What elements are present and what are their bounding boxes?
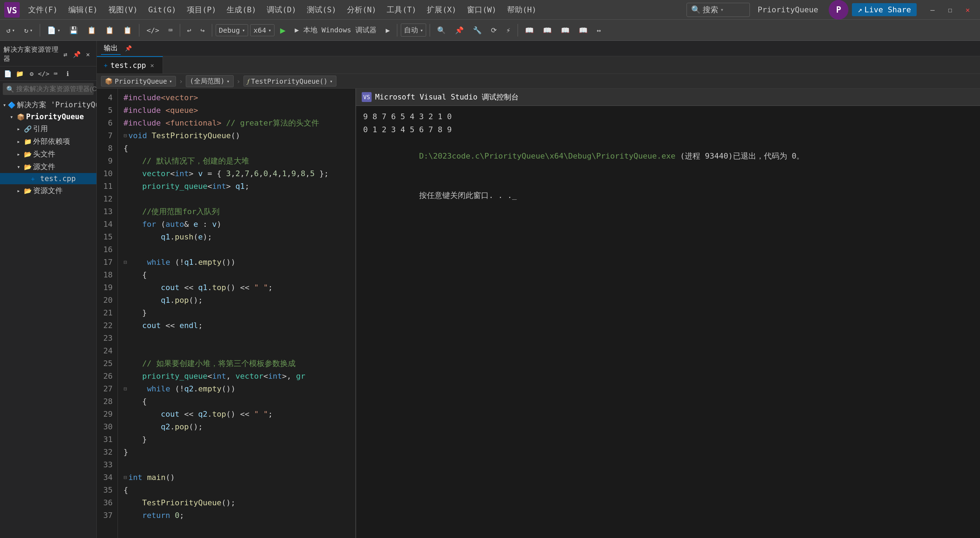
menu-test[interactable]: 测试(S) [302, 2, 341, 17]
menu-extensions[interactable]: 扩展(X) [422, 2, 461, 17]
tree-item-sources[interactable]: ▾ 📂 源文件 [0, 160, 96, 173]
toolbar-misc11[interactable]: 📖 [557, 25, 573, 36]
menu-window[interactable]: 窗口(W) [462, 2, 501, 17]
tab-close-button[interactable]: ✕ [149, 61, 156, 70]
indent5 [129, 256, 147, 268]
toolbar-file-group[interactable]: 📄 ▾ [44, 25, 64, 36]
menu-project[interactable]: 项目(P) [182, 2, 221, 17]
menu-search[interactable]: 🔍 搜索 ▾ [687, 3, 750, 17]
collapse-icon3[interactable]: ⊟ [124, 384, 127, 394]
indent17 [124, 497, 142, 509]
toolbar-code1[interactable]: </> [143, 25, 162, 36]
sidebar-new-folder-btn[interactable]: 📁 [15, 68, 25, 78]
tree-item-references[interactable]: ▸ 🔗 引用 [0, 122, 96, 135]
undo-button[interactable]: ↩ [184, 25, 195, 36]
toolbar-misc9[interactable]: 📖 [522, 25, 537, 36]
dot2: . [194, 256, 198, 268]
tree-item-headers[interactable]: ▸ 📂 头文件 [0, 148, 96, 160]
search-dropdown-icon: ▾ [720, 6, 724, 13]
toolbar-save-all[interactable]: 💾 [66, 25, 82, 36]
fn-top2: top [212, 408, 226, 420]
collapse-icon1[interactable]: ⊟ [124, 131, 127, 140]
output-tab[interactable]: 输出 [101, 42, 121, 55]
redo-icon2: ↪ [200, 26, 205, 35]
toolbar-sep5 [397, 24, 397, 37]
toolbar-misc10[interactable]: 📖 [539, 25, 555, 36]
ref-label: 引用 [33, 124, 48, 133]
project-label: PriorityQueue [26, 113, 84, 121]
toolbar-misc7[interactable]: ⟳ [487, 25, 500, 36]
var-cout: cout [161, 281, 180, 294]
plain22: () << [226, 408, 254, 420]
tree-item-solution[interactable]: ▾ 🔷 解决方案 'PriorityQueue' (1 个项目, 共 [0, 98, 96, 111]
var-q1b: q1 [161, 231, 170, 243]
menu-file[interactable]: 文件(F) [23, 2, 63, 17]
run-label[interactable]: ▶ 本地 Windows 调试器 [291, 24, 380, 36]
menu-help[interactable]: 帮助(H) [502, 2, 542, 17]
breadcrumb-scope-dropdown[interactable]: (全局范围) ▾ [186, 75, 233, 87]
toolbar-misc6[interactable]: 🔧 [469, 25, 485, 36]
file-label: test.cpp [40, 175, 76, 183]
brace1: { [124, 142, 128, 154]
toolbar-arrow1: ▾ [12, 27, 15, 33]
breadcrumb-project-dropdown[interactable]: 📦 PriorityQueue ▾ [101, 76, 176, 87]
toolbar-misc2[interactable]: 📋 [102, 25, 118, 36]
menu-git[interactable]: Git(G) [143, 3, 181, 16]
toolbar-misc1[interactable]: 📋 [84, 25, 100, 36]
tree-item-testcpp[interactable]: + test.cpp [0, 173, 96, 184]
misc3-icon: 📋 [123, 26, 132, 35]
live-share-button[interactable]: ↗ Live Share [852, 3, 917, 16]
sidebar-pin-btn[interactable]: 📌 [72, 49, 82, 59]
sidebar-header-icons: ⇄ 📌 ✕ [60, 49, 93, 59]
collapse-icon4[interactable]: ⊟ [124, 473, 127, 482]
kw-int4: int [268, 370, 282, 382]
redo-button[interactable]: ↪ [197, 25, 208, 36]
minimize-button[interactable]: — [924, 3, 940, 16]
sidebar-sync-btn[interactable]: ⇄ [60, 49, 70, 59]
sidebar-filter-btn[interactable]: ⌨ [51, 68, 60, 78]
arch-dropdown[interactable]: x64 ▾ [250, 24, 274, 36]
debug-console-body[interactable]: 9 8 7 6 5 4 3 2 1 0 0 1 2 3 4 5 6 7 8 9 … [356, 106, 980, 538]
toolbar-undo-group[interactable]: ↺ ▾ [3, 25, 18, 36]
toolbar-code2[interactable]: ⌨ [165, 25, 176, 36]
user-avatar[interactable]: P [829, 0, 848, 20]
sidebar-props-btn[interactable]: ℹ [63, 68, 73, 78]
attach-button[interactable]: ▶ [382, 25, 393, 36]
sidebar-search-box[interactable]: 🔍 [3, 83, 94, 95]
breadcrumb-func-dropdown[interactable]: 𝑓 TestPriorityQueue() ▾ [243, 76, 337, 87]
tree-item-ext-deps[interactable]: ▸ 📁 外部依赖项 [0, 135, 96, 148]
type-vector: vector [142, 167, 170, 180]
toolbar-misc13[interactable]: ↔ [593, 25, 605, 36]
toolbar-redo-group[interactable]: ↻ ▾ [21, 25, 36, 36]
sidebar-close-btn[interactable]: ✕ [83, 49, 93, 59]
toolbar-misc5[interactable]: 📌 [452, 25, 467, 36]
menu-analyze[interactable]: 分析(N) [342, 2, 382, 17]
sidebar-search-input[interactable] [16, 85, 97, 93]
app-logo: VS [4, 2, 20, 17]
menu-edit[interactable]: 编辑(E) [63, 2, 103, 17]
menu-build[interactable]: 生成(B) [222, 2, 261, 17]
toolbar-misc4[interactable]: 🔍 [434, 25, 449, 36]
auto-dropdown[interactable]: 自动 ▾ [401, 24, 426, 37]
fn-call-tpq: TestPriorityQueue [142, 497, 221, 509]
tab-testcpp[interactable]: + test.cpp ✕ [97, 56, 163, 73]
sidebar-code-btn[interactable]: </> [39, 68, 49, 78]
run-button[interactable]: ▶ [277, 24, 289, 37]
toolbar-misc12[interactable]: 📖 [575, 25, 591, 36]
close-button[interactable]: ✕ [959, 3, 976, 16]
menu-view[interactable]: 视图(V) [103, 2, 143, 17]
sidebar-new-file-btn[interactable]: 📄 [3, 68, 13, 78]
kw-void: void [129, 129, 152, 142]
toolbar-misc3[interactable]: 📋 [119, 25, 135, 36]
restore-button[interactable]: ☐ [942, 3, 958, 16]
debug-config-dropdown[interactable]: Debug ▾ [216, 24, 248, 36]
tree-item-resources[interactable]: ▸ 📂 资源文件 [0, 184, 96, 197]
sidebar-settings-btn[interactable]: ⚙ [27, 68, 37, 78]
tree-item-project[interactable]: ▾ 📦 PriorityQueue [0, 111, 96, 122]
toolbar-misc8[interactable]: ⚡ [503, 25, 514, 36]
menu-debug[interactable]: 调试(D) [262, 2, 301, 17]
collapse-icon2[interactable]: ⊟ [124, 258, 127, 267]
output-pin-icon[interactable]: 📌 [125, 45, 132, 52]
fn-main: main [147, 471, 166, 484]
menu-tools[interactable]: 工具(T) [382, 2, 421, 17]
